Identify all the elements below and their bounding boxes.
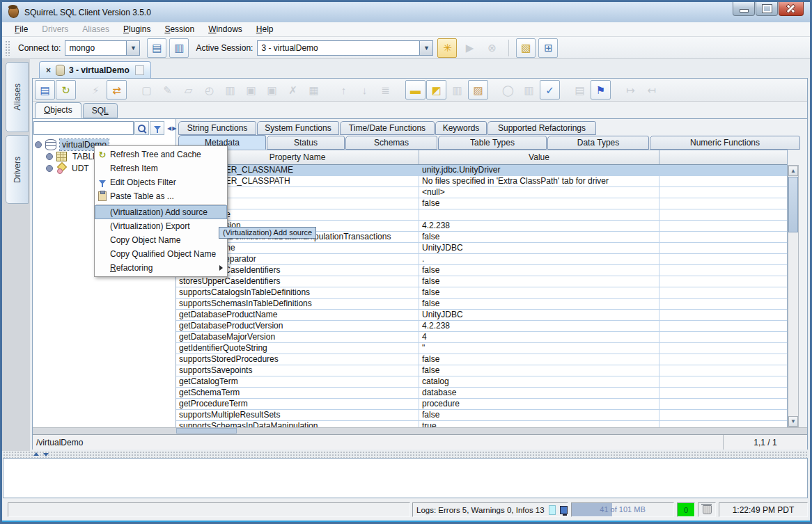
expander-icon[interactable] [46,153,53,160]
sql-filter-button[interactable]: ⇄ [107,80,127,100]
menu-item-edit-objects-filter[interactable]: Edit Objects Filter [95,175,227,189]
table-row[interactable]: getCatalogTermcatalog [176,376,787,388]
collapse-up-icon[interactable] [33,452,39,456]
new-sql-button[interactable]: ▢ [136,80,157,100]
table-header[interactable]: Property Name Value [176,150,787,165]
close-sql-button[interactable]: ✗ [283,80,303,100]
show-references-button[interactable]: ▤ [570,80,590,100]
table-row[interactable]: JDBC_DRIVER_CLASSPATHNo files specified … [176,176,787,187]
run-sql-button[interactable]: ⚡ [86,80,106,100]
table-row[interactable]: getURL<null> [176,187,787,198]
menu-plugins[interactable]: Plugins [116,22,157,36]
expander-icon[interactable] [46,165,53,172]
menu-item-virtualization-export[interactable]: (Virtualization) Export [95,219,227,233]
table-row[interactable]: getDatabaseMajorVersion4 [176,332,787,343]
compare-result-button[interactable]: ▥ [519,80,539,100]
scroll-down-icon[interactable]: ▼ [788,416,798,427]
filter-button[interactable] [150,121,164,135]
menu-session[interactable]: Session [157,22,201,36]
table-row[interactable]: supportsStoredProceduresfalse [176,354,787,365]
find-in-result-button[interactable]: ◯ [498,80,518,100]
tab-supported-refactorings[interactable]: Supported Refactorings [487,121,596,135]
menu-item-virtualization-add-source[interactable]: (Virtualization) Add source [95,205,227,219]
table-row[interactable]: supportsMultipleResultSetsfalse [176,410,787,421]
copy-result-button[interactable]: ▥ [447,80,467,100]
horizontal-scrollbar-thumb[interactable] [176,428,237,434]
detach-sheet-icon[interactable] [135,65,144,75]
menu-item-refresh-tree-and-cache[interactable]: ↻Refresh Tree and Cache [95,148,227,161]
minimize-button[interactable] [733,2,755,16]
memory-section[interactable]: 41 of 101 MB [571,502,674,517]
dock-tab-drivers[interactable]: Drivers [6,135,29,204]
session-properties-button[interactable]: ▤ [35,80,55,100]
table-row[interactable]: getDatabaseProductVersion4.2.238 [176,321,787,332]
save-sql-button[interactable]: ▣ [241,80,261,100]
table-row[interactable]: getProcedureTermprocedure [176,399,787,410]
menu-help[interactable]: Help [249,22,281,36]
menu-aliases[interactable]: Aliases [75,22,116,36]
open-sql-button[interactable]: ▱ [178,80,198,100]
tab-keywords[interactable]: Keywords [435,121,487,135]
paste-result-button[interactable]: ▨ [468,80,488,100]
expander-icon[interactable] [35,141,42,148]
table-row[interactable]: isReadOnlyfalse [176,198,787,209]
menu-item-refresh-item[interactable]: Refresh Item [95,161,227,175]
menu-item-copy-object-name[interactable]: Copy Object Name [95,233,227,247]
print-sql-button[interactable]: ▦ [304,80,324,100]
connect-alias-button[interactable]: ▤ [147,38,166,58]
table-row[interactable]: supportsSchemasInDataManipulationtrue [176,421,787,427]
menu-drivers[interactable]: Drivers [35,22,75,36]
close-button[interactable] [779,2,804,16]
menu-item-copy-qualified-object-name[interactable]: Copy Qualified Object Name [95,247,227,261]
table-row[interactable]: storesLowerCaseIdentifiersfalse [176,265,787,276]
table-row[interactable]: getCatalogSeparator. [176,254,787,265]
tab-data-types[interactable]: Data Types [547,136,649,150]
rollback-config-a-button[interactable]: ↦ [620,80,641,100]
chevron-down-icon[interactable]: ▼ [419,41,432,55]
logs-section[interactable]: Logs: Errors 5, Warnings 0, Infos 13 [412,502,568,517]
tab-status[interactable]: Status [267,136,345,150]
tab-schemas[interactable]: Schemas [345,136,437,150]
toolbar-grip[interactable] [5,40,10,56]
table-row[interactable]: getUserName [176,209,787,221]
tab-time-date-functions[interactable]: Time/Date Functions [340,121,435,135]
table-row[interactable]: getSchemaTermdatabase [176,388,787,399]
session-keys-button[interactable]: ✳ [437,38,457,58]
rollback-config-b-button[interactable]: ↤ [641,80,662,100]
tab-sql[interactable]: SQL [83,103,118,118]
minimize-result-tabs-button[interactable]: ▬ [405,80,425,100]
save-sql-as-button[interactable]: ▣ [262,80,282,100]
table-row[interactable]: getDriverNameUnityJDBC [176,243,787,254]
table-row[interactable]: getIdentifierQuoteString" [176,343,787,354]
active-session-combobox[interactable]: 3 - virtualDemo ▼ [257,40,433,56]
tree-node-table[interactable]: TABLE [46,150,100,162]
restore-button[interactable] [756,2,778,16]
chevron-down-icon[interactable]: ▼ [126,41,139,55]
column-header-value[interactable]: Value [419,150,659,164]
scrollbar-thumb[interactable] [788,177,798,232]
next-sql-button[interactable]: ↓ [354,80,375,100]
table-row[interactable]: getDatabaseProductNameUnityJDBC [176,310,787,321]
sql-list-button[interactable]: ≣ [375,80,396,100]
tab-numeric-functions[interactable]: Numeric Functions [650,136,800,150]
table-row[interactable]: storesUpperCaseIdentifiersfalse [176,276,787,287]
new-session-window-button[interactable]: ▧ [516,38,536,58]
run-session-button[interactable]: ▶ [460,38,479,58]
edit-sql-button[interactable]: ✎ [157,80,178,100]
table-row[interactable]: supportsSavepointsfalse [176,365,787,376]
menu-item-refactoring[interactable]: Refactoring [95,261,227,275]
bookmark-button[interactable]: ⚑ [591,80,611,100]
tree-node-udt[interactable]: UDT [46,162,91,174]
table-row[interactable]: JDBC_DRIVER_CLASSNAMEunity.jdbc.UnityDri… [176,165,787,176]
scroll-up-icon[interactable]: ▲ [788,166,798,176]
tab-objects[interactable]: Objects [35,102,81,118]
previous-sql-button[interactable]: ↑ [334,80,354,100]
tab-table-types[interactable]: Table Types [438,136,547,150]
collapse-down-icon[interactable] [43,453,49,456]
tab-system-functions[interactable]: System Functions [257,121,339,135]
detach-result-tab-button[interactable]: ◩ [426,80,446,100]
refresh-object-tree-button[interactable]: ↻ [56,80,76,100]
table-row[interactable]: supportsCatalogsInTableDefinitionsfalse [176,287,787,299]
copy-sql-button[interactable]: ▥ [220,80,240,100]
table-row[interactable]: supportsSchemasInTableDefinitionsfalse [176,299,787,310]
